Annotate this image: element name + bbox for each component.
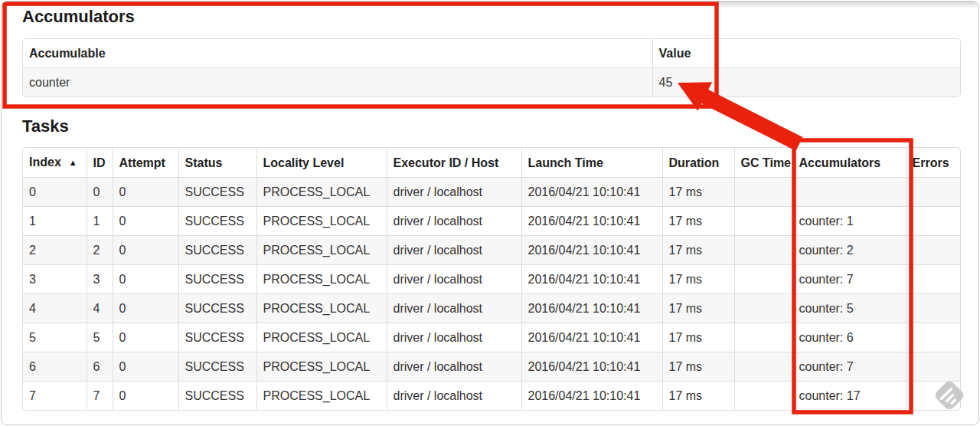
table-cell: 0 [113,178,178,207]
table-cell [734,178,792,207]
table-cell: driver / localhost [387,294,521,323]
table-cell: 5 [23,323,87,352]
table-cell: driver / localhost [387,323,521,352]
column-header-errors[interactable]: Errors [906,148,961,178]
table-cell: SUCCESS [178,236,256,265]
table-cell: 0 [113,352,178,382]
table-cell [734,265,792,294]
table-cell: 0 [87,178,113,207]
table-row: 000SUCCESSPROCESS_LOCALdriver / localhos… [23,178,961,207]
table-cell: 1 [23,207,87,236]
table-cell: driver / localhost [387,382,521,411]
table-cell: 17 ms [662,294,734,323]
tasks-heading: Tasks [22,116,69,136]
table-header-row: Index▲ ID Attempt Status Locality Level … [23,148,961,178]
table-cell: counter: 17 [792,382,906,411]
table-cell: 0 [113,382,178,411]
table-cell: 0 [113,323,178,352]
column-header-id[interactable]: ID [87,148,113,178]
table-cell: 3 [87,265,113,294]
table-cell: 2016/04/21 10:10:41 [521,294,662,323]
table-cell: PROCESS_LOCAL [256,265,387,294]
column-header-locality-level[interactable]: Locality Level [256,148,387,178]
column-header-duration[interactable]: Duration [662,148,734,178]
table-cell [734,382,792,411]
table-cell: PROCESS_LOCAL [256,236,387,265]
table-cell: 17 ms [662,236,734,265]
column-header-status[interactable]: Status [178,148,256,178]
column-header-launch-time[interactable]: Launch Time [521,148,662,178]
table-cell: 2016/04/21 10:10:41 [521,382,662,411]
table-cell: counter: 7 [792,352,906,382]
table-cell: 17 ms [662,382,734,411]
column-header-attempt[interactable]: Attempt [113,148,178,178]
accumulable-value-cell: 45 [652,68,961,97]
table-cell: 2016/04/21 10:10:41 [521,323,662,352]
table-cell: 6 [87,352,113,382]
table-row: counter 45 [23,68,961,97]
table-cell: 0 [23,178,87,207]
table-cell: 17 ms [662,352,734,382]
table-cell [734,207,792,236]
table-cell: 17 ms [662,323,734,352]
table-row: 330SUCCESSPROCESS_LOCALdriver / localhos… [23,265,961,294]
column-header-executor-id-host[interactable]: Executor ID / Host [387,148,521,178]
table-cell [906,178,961,207]
column-header-index[interactable]: Index▲ [23,148,87,178]
table-cell: SUCCESS [178,323,256,352]
column-header-accumulators[interactable]: Accumulators [792,148,906,178]
table-cell: driver / localhost [387,236,521,265]
page-frame: Accumulators Accumulable Value counter 4… [1,1,979,425]
table-row: 110SUCCESSPROCESS_LOCALdriver / localhos… [23,207,961,236]
table-cell: PROCESS_LOCAL [256,178,387,207]
table-cell: 0 [113,207,178,236]
table-cell [906,207,961,236]
table-cell: SUCCESS [178,352,256,382]
tasks-table-body: 000SUCCESSPROCESS_LOCALdriver / localhos… [23,178,961,411]
table-cell: 4 [87,294,113,323]
table-cell [906,352,961,382]
table-cell [792,178,906,207]
table-cell [906,236,961,265]
table-row: 770SUCCESSPROCESS_LOCALdriver / localhos… [23,382,961,411]
table-cell: SUCCESS [178,207,256,236]
table-cell: 17 ms [662,265,734,294]
table-cell: 2016/04/21 10:10:41 [521,236,662,265]
table-cell [734,323,792,352]
table-cell: PROCESS_LOCAL [256,382,387,411]
column-header-accumulable[interactable]: Accumulable [23,39,652,68]
column-header-gc-time[interactable]: GC Time [734,148,792,178]
table-cell [906,382,961,411]
table-cell: 5 [87,323,113,352]
table-cell: driver / localhost [387,178,521,207]
table-cell: counter: 1 [792,207,906,236]
table-cell [906,265,961,294]
tasks-table: Index▲ ID Attempt Status Locality Level … [22,147,961,411]
table-row: 440SUCCESSPROCESS_LOCALdriver / localhos… [23,294,961,323]
table-cell: driver / localhost [387,352,521,382]
table-cell: 17 ms [662,207,734,236]
table-cell: 1 [87,207,113,236]
table-cell [906,323,961,352]
accumulators-heading: Accumulators [22,7,135,27]
table-cell: SUCCESS [178,294,256,323]
table-cell: PROCESS_LOCAL [256,352,387,382]
table-cell: 7 [87,382,113,411]
table-cell: 2016/04/21 10:10:41 [521,265,662,294]
table-cell: counter: 7 [792,265,906,294]
table-cell [906,294,961,323]
table-cell: 2016/04/21 10:10:41 [521,207,662,236]
table-cell: 17 ms [662,178,734,207]
table-row: 220SUCCESSPROCESS_LOCALdriver / localhos… [23,236,961,265]
table-row: 660SUCCESSPROCESS_LOCALdriver / localhos… [23,352,961,382]
table-cell: 0 [113,236,178,265]
table-cell: SUCCESS [178,178,256,207]
table-cell: 2 [87,236,113,265]
table-header-row: Accumulable Value [23,39,961,68]
column-header-value[interactable]: Value [652,39,961,68]
table-row: 550SUCCESSPROCESS_LOCALdriver / localhos… [23,323,961,352]
table-cell: PROCESS_LOCAL [256,294,387,323]
table-cell: 0 [113,265,178,294]
accumulators-table: Accumulable Value counter 45 [22,38,961,97]
sort-ascending-icon: ▲ [69,158,77,167]
